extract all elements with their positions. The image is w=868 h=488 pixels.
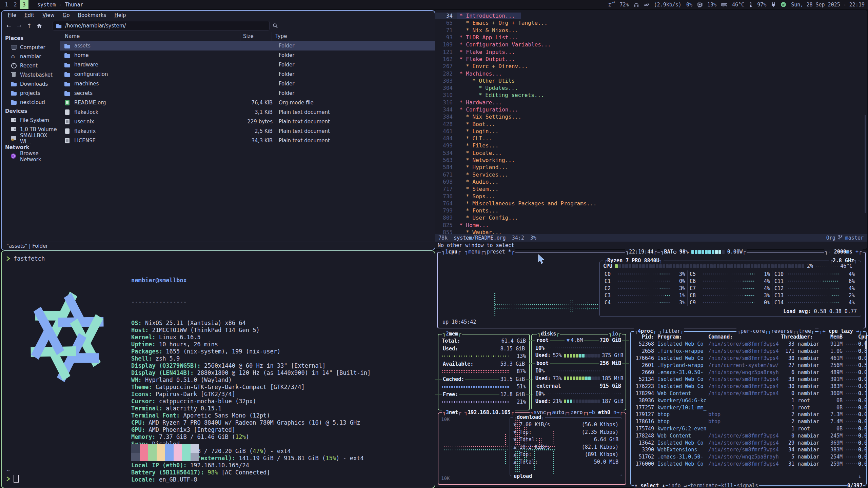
org-buffer[interactable]: 34 * Introduction... 65 * Emacs + Org + …: [435, 10, 867, 236]
proc-row[interactable]: 179127btopbtop2 nambiar7.3M0.0: [631, 411, 866, 418]
org-heading-line[interactable]: 563 * Networking...: [435, 157, 867, 164]
org-heading-line[interactable]: 499 * Files...: [435, 142, 867, 149]
proc-sort[interactable]: ┐← cpu lazy →┌: [818, 328, 863, 334]
proc-row[interactable]: 2658.firefox-wrappe/nix/store/sm8fmrf3wp…: [631, 348, 866, 355]
file-row[interactable]: secrets Folder: [60, 88, 435, 98]
proc-row[interactable]: 51762.emacs-31.0.50-/nix/store/wnqz5pa8r…: [631, 453, 866, 461]
status-ok-icon[interactable]: [781, 2, 786, 7]
menu-go[interactable]: Go: [59, 12, 74, 18]
org-heading-line[interactable]: 267 * Envrc + Direnv...: [435, 63, 867, 70]
org-heading-line[interactable]: 428 * Boot...: [435, 120, 867, 127]
net-box-title[interactable]: ┐3net┌ ┐192.168.10.165┌: [442, 409, 515, 415]
menu-bookmarks[interactable]: Bookmarks: [74, 12, 111, 18]
org-heading-line[interactable]: 698 * Audio...: [435, 178, 867, 185]
proc-row[interactable]: 178248Web Content/nix/store/sm8fmrf3wps4…: [631, 432, 866, 439]
sidebar-item-computer[interactable]: Computer: [2, 43, 60, 52]
column-header-type[interactable]: Type: [272, 32, 435, 41]
org-heading-line[interactable]: 484 * CLI...: [435, 135, 867, 142]
org-heading-line[interactable]: 809 * User Config...: [435, 214, 867, 221]
sidebar-item-nextcloud[interactable]: nextcloud: [2, 98, 60, 107]
cpu-box-title[interactable]: ┐1cpu┌ ┐menu┌┐preset *┌: [441, 249, 515, 255]
menu-file[interactable]: File: [4, 12, 20, 18]
file-row[interactable]: flake.lock 3,1 KiB Plain text document: [60, 107, 435, 117]
file-row[interactable]: home Folder: [60, 50, 435, 60]
workspace-2[interactable]: 2: [11, 0, 20, 9]
clock-date[interactable]: Sun, 28 Sep 2025 - 22:19: [791, 2, 865, 8]
org-heading-line[interactable]: 825 * Home...: [435, 222, 867, 229]
menu-help[interactable]: Help: [110, 12, 130, 18]
file-row[interactable]: machines Folder: [60, 79, 435, 88]
headphones-icon[interactable]: [634, 2, 639, 7]
file-row[interactable]: hardware Folder: [60, 60, 435, 69]
org-heading-line[interactable]: 121 * Flake Inputs...: [435, 48, 867, 55]
idle-inhibit-icon[interactable]: zzz: [608, 2, 615, 8]
proc-row[interactable]: 3390WebExtensions/nix/store/sm8fmrf3wps4…: [631, 446, 866, 453]
forward-button[interactable]: →: [15, 21, 23, 30]
sidebar-item-smallbox-wi-[interactable]: SMALLBOX Wi...: [2, 134, 60, 143]
org-heading-line[interactable]: 799 * Fonts...: [435, 207, 867, 214]
btop-tab-preset[interactable]: ┐preset *┌: [484, 249, 514, 255]
proc-row[interactable]: 38936kworker/u64:6-kc1 root0B0.0: [631, 397, 866, 404]
org-heading-line[interactable]: 34 * Introduction...: [435, 12, 867, 19]
column-header-size[interactable]: Size: [240, 32, 272, 41]
org-heading-line[interactable]: 282 * Machines...: [435, 70, 867, 77]
btop-tab-auto[interactable]: ┐auto┌: [549, 409, 567, 415]
major-mode[interactable]: Org: [826, 235, 835, 241]
proc-rows[interactable]: 52368Isolated Web Co/nix/store/sm8fmrf3w…: [631, 341, 866, 467]
proc-row[interactable]: 178294Web Content/nix/store/sm8fmrf3wps4…: [631, 390, 866, 397]
shell-prompt[interactable]: [6, 475, 19, 483]
proc-row[interactable]: 176646Isolated Web Co/nix/store/sm8fmrf3…: [631, 355, 866, 362]
file-row[interactable]: user.nix 229 bytes Plain text document: [60, 117, 435, 126]
proc-row[interactable]: 52368Isolated Web Co/nix/store/sm8fmrf3w…: [631, 341, 866, 348]
disks-box-title[interactable]: ┐disks┌: [537, 331, 560, 337]
update-interval[interactable]: ┐- 2000ms +┌: [824, 249, 863, 255]
org-heading-line[interactable]: 93 * TLDR App List...: [435, 34, 867, 41]
emacs-scrollbar[interactable]: [865, 115, 866, 213]
column-header-name[interactable]: Name: [60, 32, 240, 41]
sidebar-item-browse-network[interactable]: Browse Network: [2, 152, 60, 161]
org-heading-line[interactable]: 717 * Steam...: [435, 185, 867, 192]
sidebar-item-nambiar[interactable]: nambiar: [2, 52, 60, 61]
sidebar-item-projects[interactable]: projects: [2, 88, 60, 98]
proc-row[interactable]: 2660.emacs-31.0.50-/nix/store/wnqz5pa8ra…: [631, 369, 866, 376]
proc-options[interactable]: ┐per-core┌┐reverse┌┐tree┌: [736, 328, 815, 334]
file-row[interactable]: assets Folder: [60, 41, 435, 50]
org-heading-line[interactable]: 109 * Configuration Variables...: [435, 41, 867, 48]
org-heading-line[interactable]: 65 * Emacs + Org + Tangle...: [435, 19, 867, 26]
workspace-1[interactable]: 1: [2, 0, 11, 9]
org-heading-line[interactable]: 584 * Hyprland...: [435, 164, 867, 171]
org-heading-line[interactable]: 316 * Hardware...: [435, 99, 867, 106]
org-heading-line[interactable]: 71 * Nix & Nixos...: [435, 27, 867, 34]
menu-view[interactable]: View: [38, 12, 59, 18]
net-interface[interactable]: eth0: [598, 409, 610, 415]
proc-box-title[interactable]: ┐4proc┌ ┐filter┌: [634, 328, 684, 334]
org-heading-line[interactable]: 310 * Editing secrets...: [435, 92, 867, 99]
org-heading-line[interactable]: 736 * Sops...: [435, 192, 867, 200]
proc-footer[interactable]: ↑ select ↓ info ↵ terminate kill signals…: [634, 483, 863, 488]
proc-row[interactable]: 176223Isolated Web Co/nix/store/sm8fmrf3…: [631, 383, 866, 390]
btop-tab-tree[interactable]: ┐tree┌: [796, 328, 814, 334]
search-icon[interactable]: [271, 21, 280, 30]
file-row[interactable]: configuration Folder: [60, 69, 435, 79]
org-heading-line[interactable]: 304 * Updates...: [435, 84, 867, 92]
sidebar-item-downloads[interactable]: Downloads: [2, 79, 60, 88]
home-button[interactable]: [35, 21, 44, 30]
org-heading-line[interactable]: 344 * Configuration...: [435, 106, 867, 113]
proc-row[interactable]: 13642Isolated Web Co/nix/store/sm8fmrf3w…: [631, 439, 866, 446]
org-heading-line[interactable]: 303 * Other Utils: [435, 77, 867, 84]
path-bar[interactable]: /home/nambiar/system/: [53, 21, 270, 30]
proc-row[interactable]: 175749kworker/6:2-even1 root0B0.0: [631, 425, 866, 432]
up-button[interactable]: ↑: [25, 21, 34, 30]
menu-edit[interactable]: Edit: [20, 12, 38, 18]
sidebar-item-wastebasket[interactable]: Wastebasket: [2, 70, 60, 79]
sidebar-item-recent[interactable]: Recent: [2, 61, 60, 70]
proc-row[interactable]: 2601.Hyprland-wrapp/run/current-system/s…: [631, 362, 866, 369]
proc-row[interactable]: 177257kworker/10:1-mm_1 root0B0.0: [631, 404, 866, 411]
sidebar-item-file-system[interactable]: File System: [2, 116, 60, 125]
file-row[interactable]: LICENSE 34,3 KiB Plain text document: [60, 136, 435, 145]
btop-tab-reverse[interactable]: ┐reverse┌: [768, 328, 796, 334]
disks-io-toggle[interactable]: ┐io┌: [608, 331, 622, 337]
proc-row[interactable]: 52134Isolated Web Co/nix/store/sm8fmrf3w…: [631, 376, 866, 383]
org-heading-line[interactable]: 384 * Nix Settings...: [435, 113, 867, 120]
org-heading-line[interactable]: 764 * Miscellaneous Packages and Program…: [435, 200, 867, 207]
